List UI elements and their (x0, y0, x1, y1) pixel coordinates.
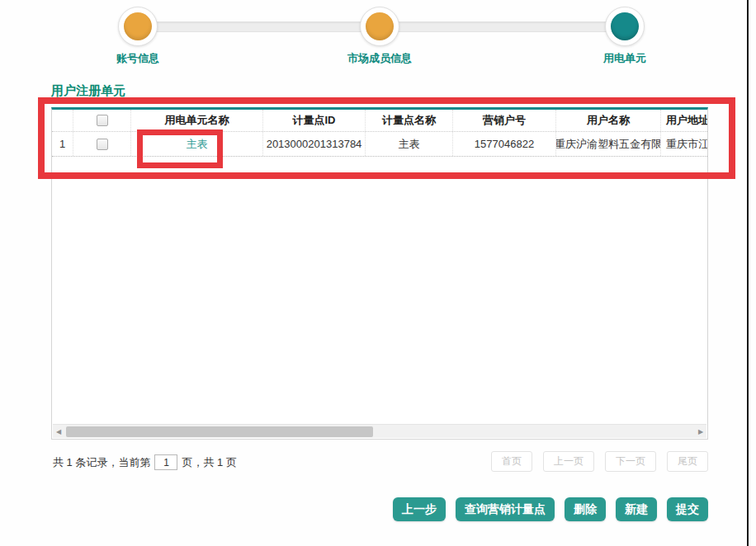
header-user-name: 用户名称 (556, 110, 661, 131)
row-index: 1 (52, 132, 73, 156)
header-meter-id: 计量点ID (263, 110, 366, 131)
step-dot-completed-icon (366, 12, 394, 40)
row-unit-name-cell: 主表 (131, 132, 263, 156)
record-summary: 共 1 条记录，当前第 页，共 1 页 (53, 454, 237, 470)
row-meter-name: 主表 (366, 132, 453, 156)
action-button-bar: 上一步 查询营销计量点 删除 新建 提交 (393, 497, 708, 521)
step-label-market-member: 市场成员信息 (314, 51, 446, 66)
step-label-account: 账号信息 (72, 51, 204, 66)
table-row: 1 主表 2013000201313784 主表 1577046822 重庆沪渝… (52, 132, 707, 157)
right-edge-line (747, 0, 749, 546)
step-dot-completed-icon (124, 12, 152, 40)
header-meter-name: 计量点名称 (366, 110, 453, 131)
header-index-cell (52, 110, 73, 131)
delete-button[interactable]: 删除 (565, 497, 606, 521)
next-page-button[interactable]: 下一页 (605, 451, 656, 472)
page-number-input[interactable] (154, 454, 177, 470)
step-node-market-member (360, 7, 399, 46)
pagination-bar: 共 1 条记录，当前第 页，共 1 页 首页 上一页 下一页 尾页 (51, 451, 708, 473)
query-metering-button[interactable]: 查询营销计量点 (456, 497, 555, 521)
row-user-addr: 重庆市江津 (661, 132, 708, 156)
step-indicator: 账号信息 市场成员信息 用电单元 (0, 0, 756, 71)
header-user-addr: 用户地址 (661, 110, 708, 131)
horizontal-scrollbar[interactable]: ◀ ▶ (53, 424, 706, 438)
page-title: 用户注册单元 (51, 83, 125, 99)
step-node-account (118, 7, 158, 46)
row-meter-id: 2013000201313784 (263, 132, 366, 156)
scroll-right-icon[interactable]: ▶ (695, 425, 706, 439)
summary-suffix: 页，共 1 页 (182, 455, 236, 470)
header-select-cell (73, 110, 131, 131)
header-marketing-no: 营销户号 (453, 110, 556, 131)
registration-unit-table: 用电单元名称 计量点ID 计量点名称 营销户号 用户名称 用户地址 1 主表 2… (51, 107, 708, 440)
previous-step-button[interactable]: 上一步 (393, 497, 446, 521)
row-checkbox[interactable] (97, 139, 108, 150)
row-user-name: 重庆沪渝塑料五金有限 (556, 132, 661, 156)
prev-page-button[interactable]: 上一页 (543, 451, 594, 472)
header-unit-name: 用电单元名称 (131, 110, 263, 131)
submit-button[interactable]: 提交 (667, 497, 708, 521)
last-page-button[interactable]: 尾页 (667, 451, 708, 472)
row-marketing-no: 1577046822 (453, 132, 556, 156)
scroll-left-icon[interactable]: ◀ (53, 425, 64, 439)
pager-buttons: 首页 上一页 下一页 尾页 (491, 451, 708, 472)
step-node-power-unit (605, 7, 645, 46)
step-label-power-unit: 用电单元 (559, 51, 691, 66)
step-dot-current-icon (611, 12, 639, 40)
scrollbar-thumb[interactable] (66, 426, 373, 437)
page: 账号信息 市场成员信息 用电单元 用户注册单元 用电单元名称 计量点ID 计量点… (0, 0, 756, 546)
summary-prefix: 共 1 条记录，当前第 (53, 455, 150, 470)
create-button[interactable]: 新建 (616, 497, 657, 521)
table-header-row: 用电单元名称 计量点ID 计量点名称 营销户号 用户名称 用户地址 (52, 110, 707, 132)
row-select-cell (73, 132, 131, 156)
select-all-checkbox[interactable] (97, 115, 108, 126)
first-page-button[interactable]: 首页 (491, 451, 532, 472)
unit-name-link[interactable]: 主表 (187, 137, 208, 152)
